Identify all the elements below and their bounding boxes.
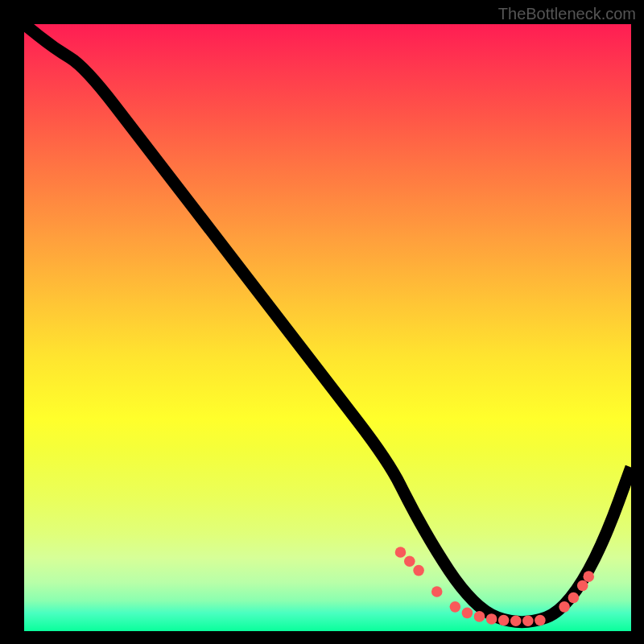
- highlight-dot: [568, 592, 580, 604]
- highlight-dot: [474, 611, 485, 622]
- highlight-dot: [583, 571, 594, 582]
- highlight-dot: [431, 586, 443, 597]
- highlight-dot: [559, 601, 570, 613]
- highlight-dot: [577, 580, 588, 592]
- highlight-dot: [522, 615, 534, 626]
- highlight-dot: [395, 547, 407, 558]
- chart-container: [24, 24, 631, 631]
- highlight-dot: [462, 608, 473, 619]
- highlight-dot: [510, 615, 522, 626]
- chart-svg: [24, 24, 631, 631]
- highlight-dot: [413, 565, 424, 576]
- highlight-dot: [450, 601, 461, 613]
- highlight-dot: [404, 556, 415, 568]
- highlight-dot: [486, 613, 497, 625]
- highlight-dot: [535, 615, 546, 626]
- watermark-text: TheBottleneck.com: [498, 5, 636, 23]
- highlight-dot: [498, 615, 510, 626]
- bottleneck-curve: [24, 24, 631, 622]
